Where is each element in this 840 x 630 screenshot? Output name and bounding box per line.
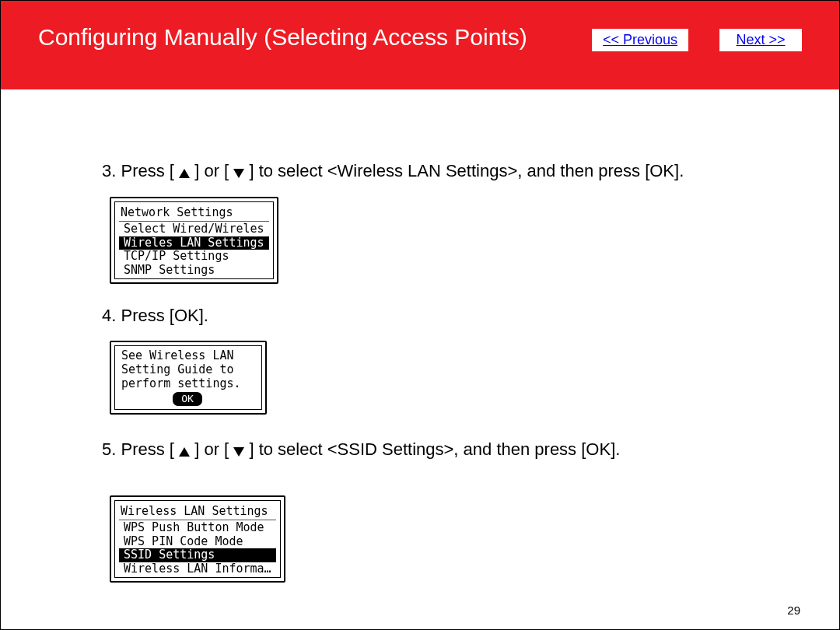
lcd-msg-line: perform settings. (121, 377, 254, 391)
lcd-title: Network Settings (119, 205, 269, 222)
up-arrow-icon (179, 169, 190, 178)
step-5-text-c: ] to select <SSID Settings>, and then pr… (249, 439, 620, 459)
down-arrow-icon (233, 447, 244, 457)
lcd-network-settings: Network Settings Select Wired/Wireles Wi… (110, 197, 278, 284)
lcd-inner: Wireless LAN Settings WPS Push Button Mo… (114, 500, 281, 578)
previous-button[interactable]: << Previous (592, 29, 688, 51)
lcd-wireless-lan: Wireless LAN Settings WPS Push Button Mo… (110, 495, 285, 583)
step-5-text-b: ] or [ (194, 439, 229, 459)
content-body: 3. Press [ ] or [ ] to select <Wireless … (1, 89, 839, 603)
header-bar: Configuring Manually (Selecting Access P… (1, 1, 839, 89)
lcd-row: SNMP Settings (119, 264, 269, 278)
down-arrow-icon (233, 169, 244, 178)
step-4: 4. Press [OK]. (102, 304, 754, 327)
step-3-text-b: ] or [ (194, 161, 229, 180)
lcd-msg-line: See Wireless LAN (121, 349, 254, 363)
lcd-msg-inner: See Wireless LAN Setting Guide to perfor… (114, 345, 262, 410)
lcd-inner: Network Settings Select Wired/Wireles Wi… (114, 201, 274, 279)
lcd-title: Wireless LAN Settings (119, 503, 276, 520)
up-arrow-icon (179, 447, 190, 457)
lcd-row-selected: SSID Settings (119, 548, 276, 562)
lcd-row: TCP/IP Settings (119, 250, 269, 264)
lcd-row-selected: Wireles LAN Settings (119, 236, 269, 250)
step-3-text-c: ] to select <Wireless LAN Settings>, and… (249, 161, 684, 180)
step-5: 5. Press [ ] or [ ] to select <SSID Sett… (102, 438, 754, 461)
lcd-row: Wireless LAN Informa… (119, 562, 276, 576)
step-3-text-a: 3. Press [ (102, 161, 174, 180)
next-button[interactable]: Next >> (719, 29, 802, 51)
page-title: Configuring Manually (Selecting Access P… (38, 24, 592, 51)
lcd-msg-line: Setting Guide to (121, 363, 254, 377)
page-number: 29 (787, 604, 800, 617)
lcd-row: Select Wired/Wireles (119, 222, 269, 236)
lcd-row: WPS Push Button Mode (119, 521, 276, 535)
ok-button: OK (173, 392, 202, 406)
lcd-row: WPS PIN Code Mode (119, 535, 276, 549)
step-3: 3. Press [ ] or [ ] to select <Wireless … (102, 159, 754, 183)
step-5-text-a: 5. Press [ (102, 439, 174, 459)
lcd-message-box: See Wireless LAN Setting Guide to perfor… (110, 341, 267, 415)
